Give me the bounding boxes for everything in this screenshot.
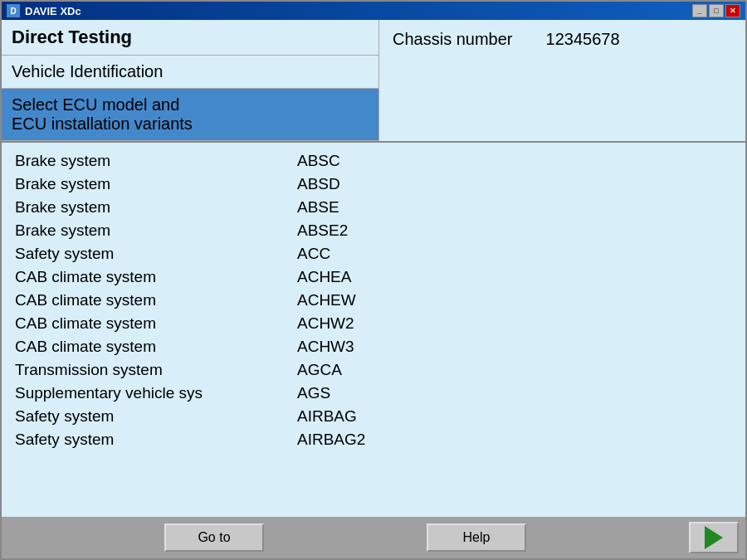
close-button[interactable]: ✕ <box>725 4 740 17</box>
title-bar-left: D DAVIE XDc <box>7 4 81 17</box>
direct-testing-title: Direct Testing <box>2 20 378 56</box>
system-name: CAB climate system <box>15 291 297 309</box>
select-ecu-row[interactable]: Select ECU model andECU installation var… <box>2 89 378 141</box>
list-item[interactable]: Safety systemAIRBAG2 <box>2 428 745 451</box>
list-item[interactable]: Brake systemABSC <box>2 149 745 173</box>
maximize-button[interactable]: □ <box>709 4 724 17</box>
system-code: ABSC <box>297 152 340 170</box>
system-name: Brake system <box>15 152 297 170</box>
system-code: ACHW2 <box>297 314 354 333</box>
app-icon-letter: D <box>10 7 16 16</box>
system-code: AGCA <box>297 361 342 379</box>
list-item[interactable]: Brake systemABSE <box>2 196 745 219</box>
system-name: CAB climate system <box>15 314 297 333</box>
system-name: Safety system <box>15 431 297 449</box>
list-item[interactable]: CAB climate systemACHW3 <box>2 335 745 358</box>
system-code: ABSD <box>297 175 340 193</box>
list-item[interactable]: CAB climate systemACHW2 <box>2 312 745 335</box>
system-name: Safety system <box>15 407 297 426</box>
list-item[interactable]: Transmission systemAGCA <box>2 358 745 382</box>
system-code: ABSE2 <box>297 222 348 240</box>
app-icon: D <box>7 4 20 17</box>
system-code: ABSE <box>297 198 339 217</box>
chassis-number-value: 12345678 <box>546 30 620 49</box>
system-code: AIRBAG <box>297 407 357 426</box>
list-item[interactable]: Brake systemABSE2 <box>2 219 745 242</box>
title-bar: D DAVIE XDc _ □ ✕ <box>2 2 745 20</box>
system-code: ACHEW <box>297 291 356 309</box>
system-name: Brake system <box>15 175 297 193</box>
list-item[interactable]: CAB climate systemACHEA <box>2 265 745 289</box>
bottom-toolbar: Go to Help <box>2 517 745 558</box>
system-name: Transmission system <box>15 361 297 379</box>
system-code: AIRBAG2 <box>297 431 365 449</box>
system-name: Brake system <box>15 222 297 240</box>
system-name: Brake system <box>15 198 297 217</box>
system-code: AGS <box>297 384 330 402</box>
system-name: Safety system <box>15 245 297 263</box>
list-item[interactable]: Brake systemABSD <box>2 173 745 196</box>
header-left-panel: Direct Testing Vehicle Identification Se… <box>2 20 379 141</box>
title-buttons: _ □ ✕ <box>692 4 740 17</box>
list-item[interactable]: CAB climate systemACHEW <box>2 289 745 312</box>
help-button[interactable]: Help <box>427 523 526 552</box>
header-right-panel: Chassis number 12345678 <box>379 20 745 141</box>
minimize-button[interactable]: _ <box>692 4 707 17</box>
play-icon <box>705 526 723 549</box>
list-item[interactable]: Safety systemACC <box>2 242 745 265</box>
goto-button[interactable]: Go to <box>164 523 264 552</box>
system-code: ACHW3 <box>297 338 354 356</box>
system-name: Supplementary vehicle sys <box>15 384 297 402</box>
window-title: DAVIE XDc <box>25 5 81 17</box>
system-name: CAB climate system <box>15 338 297 356</box>
list-item[interactable]: Supplementary vehicle sysAGS <box>2 382 745 405</box>
system-code: ACC <box>297 245 330 263</box>
chassis-label: Chassis number <box>393 30 513 49</box>
system-name: CAB climate system <box>15 268 297 286</box>
system-code: ACHEA <box>297 268 351 286</box>
main-window: D DAVIE XDc _ □ ✕ Direct Testing Vehicle… <box>0 0 747 560</box>
header-area: Direct Testing Vehicle Identification Se… <box>2 20 745 141</box>
main-area: Brake systemABSCBrake systemABSDBrake sy… <box>2 143 745 517</box>
ecu-list[interactable]: Brake systemABSCBrake systemABSDBrake sy… <box>2 143 745 517</box>
list-item[interactable]: Safety systemAIRBAG <box>2 405 745 428</box>
play-button[interactable] <box>689 522 739 553</box>
vehicle-identification-row[interactable]: Vehicle Identification <box>2 56 378 89</box>
